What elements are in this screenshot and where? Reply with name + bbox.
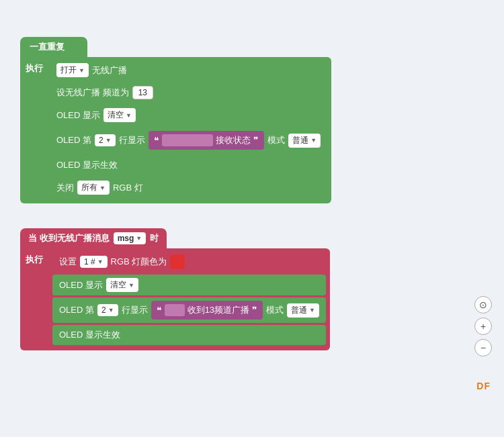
all-dropdown[interactable]: 所有 ▼	[77, 181, 110, 195]
quote-inner1	[162, 134, 214, 146]
exec-indent-2: 设置 1 # ▼ RGB 灯颜色为 OLED 显示 清空 ▼	[52, 251, 326, 345]
close-label: 关闭	[56, 182, 74, 194]
mode-label2: 模式	[266, 304, 284, 316]
dropdown-arrow4: ▼	[310, 137, 317, 144]
exec-label-2: 执行	[24, 251, 48, 269]
dropdown-arrow6: ▼	[136, 235, 142, 242]
row-display-label1: 行显示	[119, 134, 145, 146]
row-display-label2: 行显示	[122, 304, 148, 316]
event-body: 执行 设置 1 # ▼ RGB 灯颜色为 OLED 显示	[20, 248, 330, 350]
target-icon[interactable]: ⊙	[474, 296, 492, 313]
block-oled-row2: OLED 第 2 ▼ 行显示 ❝ 收到13频道广播 ❞ 模式	[52, 297, 326, 323]
event-label: 当 收到无线广播消息	[28, 232, 110, 244]
channel-number[interactable]: 13	[132, 86, 153, 99]
dropdown-arrow5: ▼	[99, 185, 106, 191]
block-rgb-color: 设置 1 # ▼ RGB 灯颜色为	[52, 251, 326, 273]
zoom-out-icon[interactable]: −	[474, 339, 492, 356]
block-oled-effect1: OLED 显示生效	[50, 155, 327, 175]
loop-header: 一直重复	[20, 37, 87, 57]
mode-label1: 模式	[267, 134, 285, 146]
color-swatch-red[interactable]	[170, 254, 185, 269]
df-label: DF	[476, 381, 491, 391]
oled-label1: OLED 显示	[56, 109, 100, 122]
clear-dropdown2[interactable]: 清空 ▼	[106, 278, 138, 292]
row-num-dropdown1[interactable]: 2 ▼	[95, 134, 116, 146]
oled-effect-label1: OLED 显示生效	[56, 159, 118, 171]
oled-label2: OLED 显示	[59, 279, 103, 291]
clear-dropdown1[interactable]: 清空 ▼	[103, 108, 136, 122]
channel-label: 设无线广播 频道为	[56, 87, 129, 99]
wireless-label: 无线广播	[92, 64, 127, 77]
msg-dropdown[interactable]: msg ▼	[114, 232, 146, 244]
block-rgb-off: 关闭 所有 ▼ RGB 灯	[50, 177, 327, 198]
block-oled-clear1: OLED 显示 清空 ▼	[50, 105, 327, 126]
group1: 一直重复 执行 打开 ▼ 无线广播	[20, 37, 331, 203]
rgb-num-dropdown[interactable]: 1 # ▼	[80, 256, 108, 268]
oled-effect-label2: OLED 显示生效	[59, 329, 120, 341]
block-wireless-open: 打开 ▼ 无线广播	[50, 60, 327, 81]
mode-dropdown1[interactable]: 普通 ▼	[288, 134, 321, 148]
dropdown-arrow7: ▼	[97, 258, 103, 265]
block-oled-effect2: OLED 显示生效	[52, 325, 326, 345]
block-wireless-channel: 设无线广播 频道为 13	[50, 83, 327, 103]
dropdown-arrow8: ▼	[128, 282, 134, 289]
zoom-in-icon[interactable]: +	[474, 318, 492, 335]
dropdown-arrow2: ▼	[126, 112, 132, 119]
set-label: 设置	[59, 256, 77, 268]
loop-label: 一直重复	[30, 42, 65, 52]
exec-indent-1: 打开 ▼ 无线广播 设无线广播 频道为 13 OLED 显示	[50, 60, 327, 198]
open-dropdown[interactable]: 打开 ▼	[56, 63, 89, 77]
dropdown-arrow3: ▼	[106, 137, 112, 144]
quote-block1: ❝ 接收状态 ❞	[149, 131, 265, 150]
rgb-light-label: RGB 灯	[113, 182, 143, 194]
dropdown-arrow: ▼	[79, 67, 85, 74]
oled-row-label1: OLED 第	[56, 134, 91, 146]
event-suffix: 时	[150, 232, 159, 244]
oled-row-label2: OLED 第	[59, 304, 94, 316]
quote-block2: ❝ 收到13频道广播 ❞	[151, 301, 263, 320]
canvas: 一直重复 执行 打开 ▼ 无线广播	[0, 0, 504, 437]
quote-text2: 收到13频道广播	[187, 304, 249, 316]
exec-row-1: 执行 打开 ▼ 无线广播 设无线广播 频道为	[24, 60, 327, 198]
loop-body: 执行 打开 ▼ 无线广播 设无线广播 频道为	[20, 57, 331, 203]
block-oled-clear2: OLED 显示 清空 ▼	[52, 275, 326, 295]
event-header: 当 收到无线广播消息 msg ▼ 时	[20, 228, 167, 248]
mode-dropdown2[interactable]: 普通 ▼	[287, 303, 319, 318]
group2: 当 收到无线广播消息 msg ▼ 时 执行 设置 1 # ▼	[20, 228, 330, 350]
dropdown-arrow9: ▼	[108, 307, 114, 313]
quote-inner2	[165, 304, 185, 316]
toolbar-icons: ⊙ + −	[474, 296, 492, 356]
row-num-dropdown2[interactable]: 2 ▼	[97, 304, 118, 316]
block-oled-row1: OLED 第 2 ▼ 行显示 ❝ 接收状态 ❞	[50, 128, 327, 153]
rgb-color-label: RGB 灯颜色为	[111, 256, 167, 268]
quote-text1: 接收状态	[216, 134, 251, 146]
exec-label-1: 执行	[24, 60, 48, 77]
dropdown-arrow10: ▼	[309, 307, 315, 313]
